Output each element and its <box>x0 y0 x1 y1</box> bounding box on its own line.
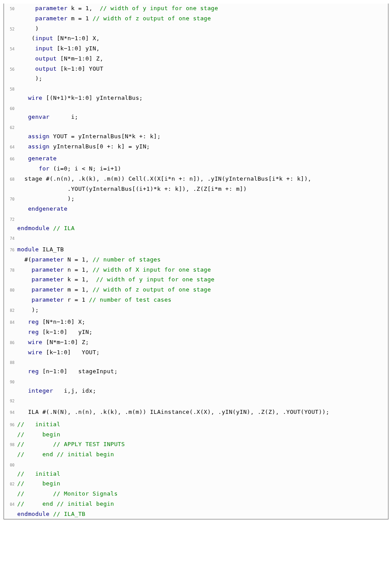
line-number: 86 <box>4 337 17 347</box>
code-line: assign YOUT = yInternalBus[N*k +: k]; <box>4 132 388 142</box>
line-code: // begin <box>17 430 388 440</box>
token-tx <box>17 133 28 140</box>
token-tx: k = 1, <box>64 276 96 283</box>
token-kw: wire <box>28 95 42 101</box>
token-cm: // initial <box>17 470 60 477</box>
code-line: wire [(N+1)*k−1:0] yInternalBus; <box>4 93 388 103</box>
line-number <box>4 469 17 471</box>
token-kw: for <box>39 165 49 172</box>
line-code: .YOUT(yInternalBus[(i+1)*k +: k]), .Z(Z[… <box>17 184 388 194</box>
line-code: output [N*m−1:0] Z, <box>17 54 388 64</box>
token-tx: yInternalBus[0 +: k] = yIN; <box>49 143 150 150</box>
line-code: #(parameter N = 1, // number of stages <box>17 255 388 265</box>
code-line: 92 <box>4 396 388 405</box>
line-number: 94 <box>4 407 17 417</box>
code-line: 74 <box>4 233 388 242</box>
code-line: 78 parameter n = 1, // width of X input … <box>4 265 388 275</box>
line-code: generate <box>17 154 388 164</box>
token-kw: parameter <box>35 5 68 11</box>
line-number: 50 <box>4 4 17 13</box>
token-cm: // begin <box>17 431 60 438</box>
line-code: assign yInternalBus[0 +: k] = yIN; <box>17 142 388 152</box>
token-tx <box>17 114 28 120</box>
token-tx: [k−1:0] YOUT <box>57 65 103 72</box>
token-tx: [N*m−1:0] Z; <box>42 339 89 345</box>
line-number <box>4 184 17 186</box>
token-tx <box>17 165 39 172</box>
token-tx: [N*m−1:0] Z, <box>57 55 103 62</box>
line-number: 98 <box>4 439 17 449</box>
token-cm: // width of z output of one stage <box>93 15 211 22</box>
token-tx: k = 1, <box>68 5 100 11</box>
line-number <box>4 386 17 388</box>
line-number: 52 <box>4 24 17 33</box>
code-line: output [N*m−1:0] Z, <box>4 54 388 64</box>
code-line: 96// initial <box>4 420 388 430</box>
line-code: ); <box>17 194 388 204</box>
code-line: 98// // APPLY TEST INPUTS <box>4 439 388 450</box>
code-line: // begin <box>4 430 388 440</box>
code-line: 86 wire [N*m−1:0] Z; <box>4 337 388 348</box>
code-line: parameter r = 1 // number of test cases <box>4 295 388 305</box>
token-tx: [N*n−1:0] X; <box>39 318 86 325</box>
line-number: 96 <box>4 420 17 429</box>
line-number <box>4 450 17 452</box>
line-number <box>4 255 17 257</box>
line-code: stage #(.n(n), .k(k), .m(m)) Cell(.X(X[i… <box>17 174 388 184</box>
token-cm: // begin <box>17 480 60 487</box>
token-cm: // // APPLY TEST INPUTS <box>17 441 125 447</box>
token-tx <box>17 296 32 303</box>
code-line: 70 ); <box>4 194 388 204</box>
token-tx: [n−1:0] stageInput; <box>39 368 118 375</box>
token-kw: endmodule <box>17 225 49 231</box>
line-code: ) <box>17 24 388 34</box>
code-line: // end // initial begin <box>4 450 388 460</box>
token-cm: // ILA <box>53 225 75 231</box>
token-tx <box>17 15 35 22</box>
token-tx <box>17 339 28 345</box>
token-tx: i; <box>49 114 78 120</box>
code-line: 72 <box>4 214 388 223</box>
token-tx: stage #(.n(n), .k(k), .m(m)) Cell(.X(X[i… <box>17 175 311 182</box>
token-cm: // width of y input for one stage <box>100 5 218 11</box>
line-number: 66 <box>4 154 17 163</box>
line-code: // initial <box>17 469 388 479</box>
code-line: ); <box>4 74 388 84</box>
line-number: 74 <box>4 233 17 242</box>
token-tx: .YOUT(yInternalBus[(i+1)*k +: k]), .Z(Z[… <box>17 186 247 192</box>
code-line: parameter m = 1 // width of z output of … <box>4 14 388 24</box>
token-tx <box>17 387 28 394</box>
code-line: 58 <box>4 84 388 93</box>
code-line: endgenerate <box>4 204 388 214</box>
code-line: #(parameter N = 1, // number of stages <box>4 255 388 265</box>
line-number: 88 <box>4 357 17 367</box>
token-tx <box>17 143 28 150</box>
line-number <box>4 430 17 432</box>
token-kw: reg <box>28 368 38 375</box>
line-number <box>4 327 17 329</box>
token-kw: endgenerate <box>28 205 67 212</box>
token-kw: parameter <box>32 276 64 283</box>
line-code: output [k−1:0] YOUT <box>17 64 388 74</box>
token-tx <box>17 266 32 273</box>
code-line: (input [N*n−1:0] X, <box>4 34 388 44</box>
token-kw: parameter <box>32 296 64 303</box>
token-tx: i,j, idx; <box>53 387 96 394</box>
token-kw: output <box>35 65 57 72</box>
token-tx: #( <box>17 256 32 263</box>
code-line: genvar i; <box>4 112 388 122</box>
line-number: 82 <box>4 305 17 314</box>
token-tx: ); <box>17 75 42 82</box>
token-kw: genvar <box>28 114 49 120</box>
code-line: 90 <box>4 377 388 386</box>
code-line: 64 assign yInternalBus[0 +: k] = yIN; <box>4 142 388 152</box>
token-tx <box>17 349 28 356</box>
code-line: reg [n−1:0] stageInput; <box>4 367 388 377</box>
line-number <box>4 489 17 491</box>
code-line: 00 <box>4 460 388 469</box>
line-code: // end // initial begin <box>17 450 388 460</box>
code-line: endmodule // ILA <box>4 223 388 234</box>
line-number: 58 <box>4 84 17 93</box>
line-code: endmodule // ILA <box>17 223 388 234</box>
token-tx: ILA #(.N(N), .n(n), .k(k), .m(m)) ILAins… <box>17 409 329 415</box>
